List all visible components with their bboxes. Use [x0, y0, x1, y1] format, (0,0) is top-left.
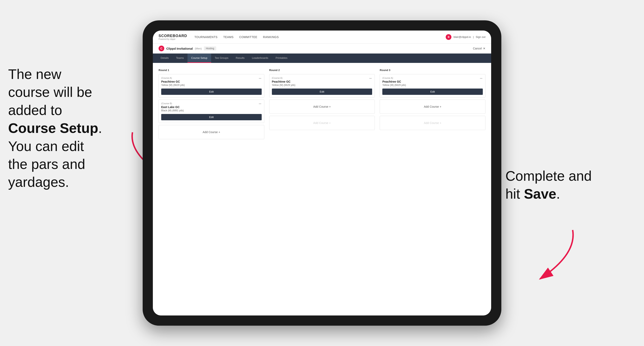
annotation-line4-end: .	[98, 120, 102, 136]
tablet-screen: SCOREBOARD Powered by clippd TOURNAMENTS…	[153, 30, 491, 316]
round1-course-a-name: Peachtree GC	[161, 80, 262, 83]
annotation-line3: added to	[8, 102, 62, 118]
annotation-right-line1: Complete and	[506, 168, 592, 183]
round2-course-a-name: Peachtree GC	[272, 80, 372, 83]
nav-committee[interactable]: COMMITTEE	[239, 35, 258, 39]
user-avatar: B	[446, 34, 452, 40]
round1-course-b-details: Black (M) (6891 yds)	[161, 109, 262, 112]
tab-printables[interactable]: Printables	[272, 53, 291, 63]
sign-out-link[interactable]: Sign out	[476, 35, 486, 38]
clippd-logo: C	[158, 46, 164, 51]
annotation-right-line2-end: .	[556, 186, 560, 201]
annotation-line4-bold: Course Setup	[8, 120, 98, 136]
tournament-bar: C Clippd Invitational (Men) Hosting Canc…	[153, 43, 491, 53]
round2-add-course-disabled: Add Course +	[269, 116, 375, 130]
round3-course-a-edit-button[interactable]: Edit	[382, 89, 483, 95]
annotation-line7: yardages.	[8, 174, 69, 190]
round-3-column: Round 3 (Course A) Peachtree GC Yellow (…	[380, 69, 486, 141]
cancel-icon: ✕	[483, 47, 486, 50]
round1-course-a-label: (Course A)	[161, 77, 262, 79]
round3-course-a-card: (Course A) Peachtree GC Yellow (M) (6629…	[380, 74, 486, 98]
tab-leaderboards[interactable]: Leaderboards	[248, 53, 272, 63]
annotation-line1: The new	[8, 66, 61, 82]
tournament-info: C Clippd Invitational (Men) Hosting	[158, 46, 216, 51]
nav-teams[interactable]: TEAMS	[223, 35, 234, 39]
top-nav: SCOREBOARD Powered by clippd TOURNAMENTS…	[153, 30, 491, 43]
round1-add-course-button[interactable]: Add Course +	[158, 125, 264, 139]
round3-add-course-disabled: Add Course +	[380, 116, 486, 130]
annotation-line2: course will be	[8, 84, 92, 100]
round1-course-b-name: East Lake GC	[161, 105, 262, 109]
scoreboard-title: SCOREBOARD	[158, 34, 187, 38]
tab-details[interactable]: Details	[157, 53, 172, 63]
svg-rect-3	[259, 104, 261, 104]
tournament-name: Clippd Invitational	[166, 47, 193, 50]
cancel-button[interactable]: Cancel ✕	[473, 47, 486, 50]
tab-navigation: Details Teams Course Setup Tee Groups Re…	[153, 53, 491, 63]
tournament-gender: (Men)	[195, 47, 202, 50]
cancel-label: Cancel	[473, 47, 482, 50]
round1-course-b-label: (Course B)	[161, 102, 262, 105]
round1-course-b-edit-button[interactable]: Edit	[161, 114, 262, 120]
nav-separator: |	[473, 35, 474, 38]
round1-course-a-card: (Course A) Peachtree GC Yellow (M) (6629…	[158, 74, 264, 98]
right-arrow	[518, 224, 589, 285]
round1-course-a-details: Yellow (M) (6629 yds)	[161, 84, 262, 86]
nav-tournaments[interactable]: TOURNAMENTS	[194, 35, 218, 39]
user-email: blair@clippd.io	[454, 35, 471, 38]
round2-course-a-card: (Course A) Peachtree GC Yellow (M) (6629…	[269, 74, 375, 98]
round2-course-a-details: Yellow (M) (6629 yds)	[272, 84, 372, 86]
round1-course-a-delete-icon[interactable]	[258, 76, 262, 80]
main-nav: TOURNAMENTS TEAMS COMMITTEE RANKINGS	[194, 35, 279, 39]
annotation-line5: You can edit	[8, 138, 84, 154]
annotation-right-line2-pre: hit	[506, 186, 524, 201]
round3-course-a-label: (Course A)	[382, 77, 483, 79]
round2-add-course-button[interactable]: Add Course +	[269, 100, 375, 114]
round-1-column: Round 1 (Course A) Peachtree GC Yellow (…	[158, 69, 264, 141]
tab-results[interactable]: Results	[232, 53, 248, 63]
round2-course-a-edit-button[interactable]: Edit	[272, 89, 372, 95]
main-content: Round 1 (Course A) Peachtree GC Yellow (…	[153, 63, 491, 316]
annotation-line6: the pars and	[8, 156, 85, 172]
tab-tee-groups[interactable]: Tee Groups	[211, 53, 232, 63]
round-2-label: Round 2	[269, 69, 375, 72]
annotation-left: The new course will be added to Course S…	[8, 65, 126, 191]
round-2-column: Round 2 (Course A) Peachtree GC Yellow (…	[269, 69, 375, 141]
annotation-right: Complete and hit Save.	[506, 167, 603, 203]
tab-teams[interactable]: Teams	[172, 53, 188, 63]
scoreboard-logo: SCOREBOARD Powered by clippd	[158, 34, 187, 40]
top-nav-right: B blair@clippd.io | Sign out	[446, 34, 486, 40]
round2-course-a-label: (Course A)	[272, 77, 372, 79]
svg-rect-2	[259, 78, 261, 79]
svg-rect-4	[369, 78, 372, 79]
round-1-label: Round 1	[158, 69, 264, 72]
round3-course-a-delete-icon[interactable]	[479, 76, 483, 80]
round3-add-course-button[interactable]: Add Course +	[380, 100, 486, 114]
round3-course-a-details: Yellow (M) (6629 yds)	[382, 84, 483, 86]
nav-rankings[interactable]: RANKINGS	[263, 35, 279, 39]
round3-course-a-name: Peachtree GC	[382, 80, 483, 83]
round-3-label: Round 3	[380, 69, 486, 72]
top-nav-left: SCOREBOARD Powered by clippd TOURNAMENTS…	[158, 34, 279, 40]
annotation-right-line2-bold: Save	[524, 186, 556, 201]
tab-course-setup[interactable]: Course Setup	[188, 53, 211, 63]
round1-course-b-delete-icon[interactable]	[258, 102, 262, 106]
rounds-grid: Round 1 (Course A) Peachtree GC Yellow (…	[158, 69, 486, 141]
svg-rect-5	[480, 78, 482, 79]
round2-course-a-delete-icon[interactable]	[368, 76, 372, 80]
hosting-badge: Hosting	[204, 46, 216, 50]
round1-course-a-edit-button[interactable]: Edit	[161, 89, 262, 95]
round1-course-b-card: (Course B) East Lake GC Black (M) (6891 …	[158, 100, 264, 123]
tablet-frame: SCOREBOARD Powered by clippd TOURNAMENTS…	[143, 20, 501, 326]
scoreboard-subtitle: Powered by clippd	[158, 38, 187, 40]
